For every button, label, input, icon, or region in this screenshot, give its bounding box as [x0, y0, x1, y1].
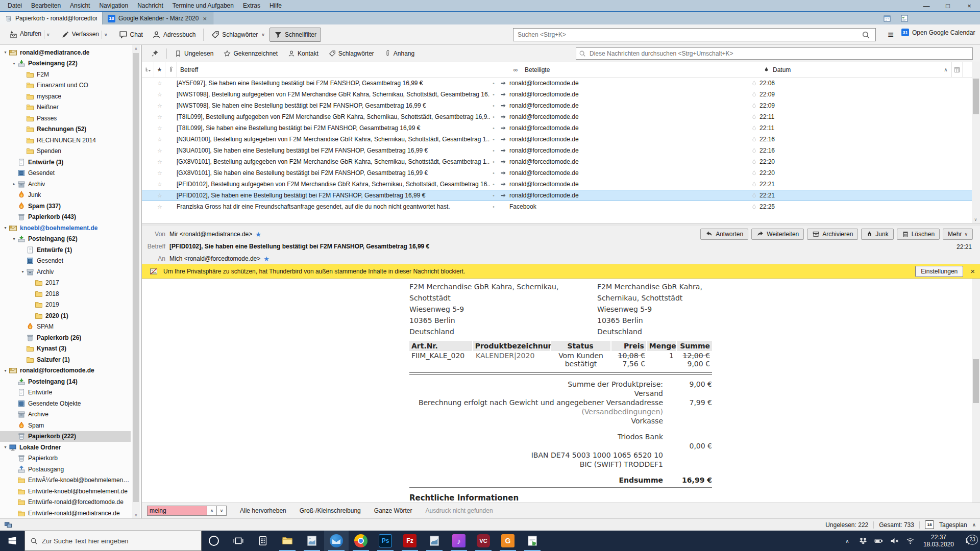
twisty-icon[interactable]: ▾: [2, 226, 9, 230]
online-status-icon[interactable]: [4, 521, 12, 529]
mail-row[interactable]: ☆[AY5F097], Sie haben eine Bestellung be…: [142, 78, 972, 89]
junk-status-icon[interactable]: [748, 181, 760, 188]
junk-status-icon[interactable]: [748, 114, 760, 120]
scrollbar-thumb[interactable]: [973, 359, 979, 403]
from-value[interactable]: Mir <ronald@mediatrance.de>: [169, 231, 252, 238]
star-icon[interactable]: ☆: [154, 80, 165, 87]
folder-item[interactable]: Junk: [0, 190, 131, 201]
folder-item[interactable]: myspace: [0, 91, 131, 102]
folder-item[interactable]: ▾Posteingang (62): [0, 234, 131, 245]
taskbar-app-viewer[interactable]: [422, 531, 447, 551]
twisty-icon[interactable]: ▾: [19, 269, 26, 274]
folder-item[interactable]: Papierkorb (443): [0, 212, 131, 223]
junk-status-icon[interactable]: [748, 170, 760, 177]
menu-item-4[interactable]: Nachricht: [133, 0, 168, 11]
junk-status-icon[interactable]: [748, 159, 760, 165]
taskbar-app-gpdf[interactable]: G: [496, 531, 520, 551]
totals-label[interactable]: (Versandbedingungen): [409, 407, 663, 416]
folder-item[interactable]: Finanzamt und CO: [0, 80, 131, 91]
quick-filter-paperclip-button[interactable]: Anhang: [380, 47, 419, 60]
start-button[interactable]: [0, 531, 24, 551]
folder-item[interactable]: Entwürfe (3): [0, 157, 131, 168]
menu-item-7[interactable]: Hilfe: [265, 0, 286, 11]
taskbar-app-filezilla[interactable]: Fz: [398, 531, 422, 551]
folder-item[interactable]: Kynast (3): [0, 343, 131, 355]
folder-item[interactable]: ▾Posteingang (22): [0, 58, 131, 69]
mail-row[interactable]: ☆[N3UA0100], Sie haben eine Bestellung b…: [142, 145, 972, 156]
star-icon[interactable]: ☆: [154, 159, 165, 165]
minimize-button[interactable]: —: [916, 0, 937, 11]
attachment-column-header[interactable]: [165, 62, 177, 77]
junk-status-icon[interactable]: [748, 103, 760, 109]
tab-papierkorb[interactable]: Papierkorb - ronald@forcedtom: [0, 12, 102, 24]
folder-item[interactable]: 2019: [0, 299, 131, 311]
archivieren-button[interactable]: Archivieren: [807, 229, 858, 240]
date-column-header[interactable]: Datum: [772, 62, 940, 77]
quick-filter-tag-button[interactable]: Schlagwörter: [325, 47, 378, 60]
folder-item[interactable]: Gesendet: [0, 256, 131, 267]
folder-item[interactable]: SPAM: [0, 321, 131, 333]
junk-status-icon[interactable]: [748, 192, 760, 199]
global-search-input[interactable]: [513, 28, 876, 41]
mail-row[interactable]: ☆[NWST098], Sie haben eine Bestellung be…: [142, 100, 972, 111]
taskbar-app-thunderbird[interactable]: [324, 531, 349, 551]
task-view-button[interactable]: [226, 531, 251, 551]
weiterleiten-button[interactable]: Weiterleiten: [751, 229, 804, 240]
folder-item[interactable]: EntwÃ¼rfe-knoebl@boehmelement.de: [0, 475, 131, 486]
star-icon[interactable]: ☆: [154, 192, 165, 199]
thread-scrollbar[interactable]: ∨: [972, 62, 980, 223]
taskbar-app-photo[interactable]: [300, 531, 324, 551]
close-notice-icon[interactable]: ×: [970, 267, 975, 276]
mail-row[interactable]: ☆[N3UA0100], Bestellung aufgegeben von F…: [142, 134, 972, 145]
folder-item[interactable]: Papierkorb (222): [0, 431, 131, 442]
thread-column-icon[interactable]: [142, 62, 154, 77]
tab-google-calendar[interactable]: 18 Google Kalender - März 2020 ×: [102, 12, 213, 24]
folder-item[interactable]: Entwürfe: [0, 387, 131, 398]
read-status-icon[interactable]: •: [490, 204, 497, 210]
read-status-icon[interactable]: •: [490, 92, 497, 97]
mail-row[interactable]: ☆[NWST098], Bestellung aufgegeben von F2…: [142, 89, 972, 100]
antworten-button[interactable]: Antworten: [700, 229, 748, 240]
read-status-icon[interactable]: •: [490, 159, 497, 165]
twisty-icon[interactable]: ▾: [2, 445, 9, 449]
star-icon[interactable]: ☆: [154, 103, 165, 109]
tasks-tab-button[interactable]: [898, 13, 911, 23]
junk-status-icon[interactable]: [748, 136, 760, 143]
menu-item-6[interactable]: Extras: [238, 0, 265, 11]
folder-item[interactable]: Spam (337): [0, 201, 131, 212]
star-icon[interactable]: ☆: [154, 147, 165, 154]
folder-item[interactable]: Neißner: [0, 102, 131, 113]
folder-item[interactable]: Rechnungen (52): [0, 124, 131, 135]
folder-item[interactable]: Entwürfe-knoebl@boehmelement.de: [0, 486, 131, 497]
read-status-icon[interactable]: •: [490, 137, 497, 142]
folder-item[interactable]: ▾ronald@mediatrance.de: [0, 47, 131, 58]
star-column-header[interactable]: ★: [154, 62, 165, 77]
junk-button[interactable]: Junk: [861, 229, 893, 240]
open-google-calendar-button[interactable]: 31 Open Google Calendar: [901, 29, 975, 36]
folder-item[interactable]: Papierkorb: [0, 453, 131, 464]
to-value[interactable]: Mich <ronald@forcedtomode.de>: [169, 255, 260, 262]
address-book-button[interactable]: Adressbuch: [148, 27, 200, 42]
taskbar-app-keypad[interactable]: [251, 531, 275, 551]
quick-filter-toggle-button[interactable]: Schnellfilter: [270, 28, 321, 42]
subject-column-header[interactable]: Betreff: [177, 62, 509, 77]
folder-item[interactable]: 2018: [0, 288, 131, 299]
star-icon[interactable]: ☆: [154, 181, 165, 188]
find-next-button[interactable]: ∨: [217, 506, 227, 516]
junk-column-header[interactable]: [761, 62, 772, 77]
taskbar-app-music[interactable]: ♪: [447, 531, 471, 551]
highlight-all-button[interactable]: Alle hervorheben: [240, 507, 286, 514]
find-previous-button[interactable]: ∧: [207, 506, 217, 516]
volume-muted-icon[interactable]: [889, 537, 901, 545]
today-pane-toggle-icon[interactable]: ∧: [972, 522, 976, 528]
app-menu-button[interactable]: ≡: [883, 28, 898, 42]
mail-row[interactable]: ☆[T8IL099], Sie haben eine Bestellung be…: [142, 122, 972, 134]
close-button[interactable]: ×: [959, 0, 980, 11]
junk-status-icon[interactable]: [748, 204, 760, 210]
folder-item[interactable]: F2M: [0, 69, 131, 80]
menu-item-0[interactable]: Datei: [3, 0, 27, 11]
folder-item[interactable]: RECHNUNGEN 2014: [0, 135, 131, 146]
scroll-up-icon[interactable]: ∧: [132, 45, 140, 52]
mail-row[interactable]: ☆[PFID0102], Bestellung aufgegeben von F…: [142, 179, 972, 190]
folder-item[interactable]: Passes: [0, 113, 131, 124]
